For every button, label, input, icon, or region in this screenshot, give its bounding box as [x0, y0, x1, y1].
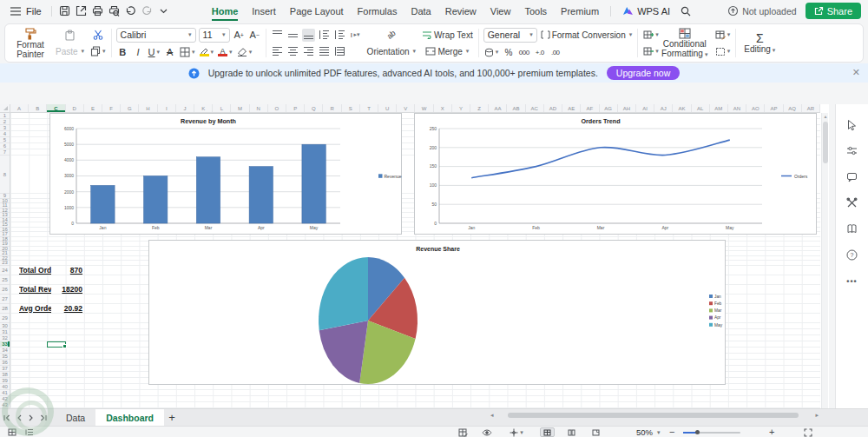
banner-close-icon[interactable]: ✕ — [852, 67, 860, 78]
font-color-button[interactable]: A▾ — [217, 46, 233, 59]
row-header-8[interactable]: 8 — [0, 156, 10, 194]
align-middle-button[interactable] — [286, 29, 299, 42]
format-painter-button[interactable]: Format Painter — [10, 27, 50, 59]
dictionary-icon[interactable] — [845, 222, 858, 235]
column-header-AC[interactable]: AC — [526, 104, 544, 112]
increase-font-size-button[interactable]: A+ — [233, 29, 246, 42]
borders-button[interactable]: ▾ — [179, 46, 196, 59]
pie-chart-revenue-share[interactable]: Revenue ShareJanFebMarAprMay — [148, 240, 726, 385]
column-header-AN[interactable]: AN — [728, 104, 746, 112]
menu-tab-data[interactable]: Data — [404, 3, 437, 20]
sheet-tab-dashboard[interactable]: Dashboard — [95, 409, 164, 427]
column-header-Y[interactable]: Y — [452, 104, 470, 112]
horizontal-scrollbar[interactable]: ◂ ▸ — [490, 412, 838, 419]
column-header-AL[interactable]: AL — [692, 104, 710, 112]
row-header-29[interactable]: 29 — [0, 314, 10, 323]
align-center-button[interactable] — [286, 45, 299, 58]
scroll-right-icon[interactable]: ▸ — [815, 412, 819, 419]
cut-icon[interactable] — [89, 29, 107, 42]
row-header-35[interactable]: 35 — [0, 354, 10, 360]
zoom-in-button[interactable]: + — [769, 427, 774, 437]
insert-cells-button[interactable]: ▾ — [642, 29, 660, 42]
upgrade-now-button[interactable]: Upgrade now — [607, 66, 680, 80]
text-direction-button[interactable]: I▸▾ — [349, 29, 362, 42]
align-bottom-button[interactable] — [302, 29, 315, 42]
strikethrough-button[interactable]: A — [163, 46, 176, 59]
selected-cell-C33[interactable] — [47, 341, 65, 348]
column-header-H[interactable]: H — [139, 104, 157, 112]
column-header-K[interactable]: K — [194, 104, 213, 112]
row-header-41[interactable]: 41 — [0, 390, 10, 396]
decrease-decimal-button[interactable]: .00 — [549, 46, 562, 59]
menu-tab-review[interactable]: Review — [438, 3, 483, 20]
last-sheet-icon[interactable] — [38, 413, 49, 423]
currency-format-button[interactable]: ▾ — [483, 46, 500, 59]
column-header-AD[interactable]: AD — [544, 104, 562, 112]
conditional-formatting-button[interactable]: Conditional Formatting▾ — [660, 28, 710, 59]
column-header-AF[interactable]: AF — [581, 104, 599, 112]
column-header-AM[interactable]: AM — [710, 104, 728, 112]
cell-style-button[interactable]: ▾ — [714, 45, 732, 58]
column-header-S[interactable]: S — [342, 104, 360, 112]
page-layout-view-button[interactable] — [564, 427, 579, 437]
upload-status[interactable]: Not uploaded — [727, 5, 796, 17]
column-header-AQ[interactable]: AQ — [784, 104, 802, 112]
column-header-Q[interactable]: Q — [305, 104, 323, 112]
column-header-D[interactable]: D — [66, 104, 84, 112]
row-header-36[interactable]: 36 — [0, 360, 10, 366]
row-header-37[interactable]: 37 — [0, 366, 10, 372]
zoom-dropdown-icon[interactable]: ▾ — [657, 429, 661, 436]
font-family-select[interactable]: Calibri▾ — [116, 28, 196, 43]
copy-icon[interactable]: ▾ — [89, 45, 107, 58]
column-header-Z[interactable]: Z — [470, 104, 489, 112]
reading-view-eye-icon[interactable] — [482, 427, 492, 437]
column-header-E[interactable]: E — [84, 104, 102, 112]
column-header-AE[interactable]: AE — [562, 104, 581, 112]
row-header-38[interactable]: 38 — [0, 372, 10, 378]
wps-ai-button[interactable]: WPS AI — [622, 6, 670, 17]
column-header-L[interactable]: L — [213, 104, 231, 112]
menu-tab-premium[interactable]: Premium — [554, 3, 606, 20]
column-header-M[interactable]: M — [231, 104, 249, 112]
distributed-button[interactable] — [333, 45, 346, 58]
column-header-I[interactable]: I — [158, 104, 176, 112]
share-button[interactable]: Share — [806, 3, 861, 19]
column-header-AP[interactable]: AP — [765, 104, 783, 112]
increase-indent-button[interactable] — [333, 29, 346, 42]
column-header-AI[interactable]: AI — [636, 104, 654, 112]
decrease-font-size-button[interactable]: A− — [248, 29, 261, 42]
print-icon[interactable] — [89, 3, 106, 19]
scroll-up-icon[interactable]: ▲ — [823, 114, 828, 119]
format-conversion-button[interactable]: Format Conversion▾ — [540, 29, 634, 42]
column-header-R[interactable]: R — [323, 104, 341, 112]
quick-access-more-icon[interactable] — [155, 3, 172, 19]
scroll-left-icon[interactable]: ◂ — [490, 412, 494, 419]
search-icon[interactable] — [677, 3, 694, 19]
help-icon[interactable]: ? — [845, 248, 858, 262]
main-menu-icon[interactable] — [7, 3, 23, 19]
table-tools-icon[interactable] — [457, 427, 468, 437]
print-preview-icon[interactable] — [106, 3, 122, 19]
column-header-AA[interactable]: AA — [489, 104, 507, 112]
horizontal-scrollbar-thumb[interactable] — [508, 413, 799, 418]
column-header-AR[interactable]: AR — [802, 104, 820, 112]
row-header-42[interactable]: 42 — [0, 396, 10, 402]
vertical-scrollbar[interactable]: ▲ — [821, 113, 828, 408]
menu-tab-home[interactable]: Home — [205, 3, 246, 20]
row-header-30[interactable]: 30 — [0, 323, 10, 329]
row-header-4[interactable]: 4 — [0, 131, 10, 137]
menu-tab-tools[interactable]: Tools — [517, 3, 554, 20]
orientation-button[interactable]: Orientation▾ — [366, 45, 417, 58]
page-break-view-button[interactable] — [589, 427, 603, 437]
decrease-indent-button[interactable] — [318, 29, 331, 42]
row-header-5[interactable]: 5 — [0, 137, 10, 143]
first-sheet-icon[interactable] — [2, 413, 12, 423]
select-all-corner[interactable] — [0, 104, 10, 113]
align-right-button[interactable] — [302, 45, 315, 58]
paste-button[interactable]: Paste▾ — [55, 45, 85, 58]
zoom-out-button[interactable]: − — [669, 427, 674, 437]
row-header-24[interactable]: 24 — [0, 266, 10, 275]
percent-style-button[interactable]: % — [502, 46, 515, 59]
move-tool-icon[interactable]: ▾ — [508, 427, 525, 437]
export-icon[interactable] — [73, 3, 89, 19]
